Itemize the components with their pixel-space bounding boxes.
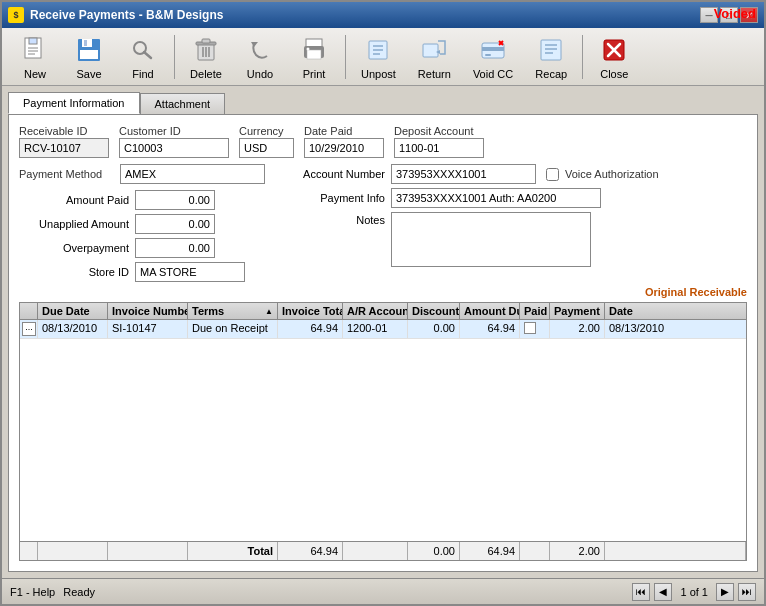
account-number-input[interactable] [391,164,536,184]
payment-info-label: Payment Info [295,192,385,204]
void-cc-button[interactable]: Void CC [464,30,522,84]
unapplied-amount-row: Unapplied Amount [19,214,265,234]
new-button[interactable]: New [10,30,60,84]
store-id-row: Store ID [19,262,265,282]
svg-rect-20 [307,50,321,59]
payment-grid: Due Date Invoice Number Terms ▲ Invoice … [19,302,747,561]
grid-header: Due Date Invoice Number Terms ▲ Invoice … [19,302,747,319]
print-button[interactable]: Print [289,30,339,84]
help-text: F1 - Help [10,586,55,598]
close-button[interactable]: Close [589,30,639,84]
title-bar-left: $ Receive Payments - B&M Designs [8,7,223,23]
page-info: 1 of 1 [680,586,708,598]
window-title: Receive Payments - B&M Designs [30,8,223,22]
save-button[interactable]: Save [64,30,114,84]
notes-label: Notes [295,212,385,267]
toolbar-separator-2 [345,35,346,79]
col-header-invoice-number[interactable]: Invoice Number [108,303,188,319]
col-header-terms[interactable]: Terms ▲ [188,303,278,319]
total-spacer-date [605,542,746,560]
cell-due-date: 08/13/2010 [38,320,108,338]
deposit-account-input[interactable] [394,138,484,158]
col-header-discount[interactable]: Discount [408,303,460,319]
total-spacer-due-date [38,542,108,560]
find-button[interactable]: Find [118,30,168,84]
customer-id-input[interactable] [119,138,229,158]
svg-point-21 [307,47,310,50]
svg-rect-33 [541,40,561,60]
cell-payment: 2.00 [550,320,605,338]
date-paid-input[interactable] [304,138,384,158]
overpayment-row: Overpayment [19,238,265,258]
tab-payment-information[interactable]: Payment Information [8,92,140,114]
grid-body: ··· 08/13/2010 SI-10147 Due on Receipt 6… [19,319,747,542]
store-id-input[interactable] [135,262,245,282]
receivable-id-input[interactable] [19,138,109,158]
row-expand-button[interactable]: ··· [22,322,36,336]
delete-button[interactable]: Delete [181,30,231,84]
nav-prev-button[interactable]: ◀ [654,583,672,601]
currency-input[interactable] [239,138,294,158]
delete-label: Delete [190,68,222,80]
cell-ar-account: 1200-01 [343,320,408,338]
svg-rect-29 [482,47,504,51]
nav-last-button[interactable]: ⏭ [738,583,756,601]
main-content: Payment Information Attachment Voided Re… [2,86,764,578]
voice-auth-checkbox[interactable] [546,168,559,181]
unpost-icon [362,34,394,66]
col-header-due-date[interactable]: Due Date [38,303,108,319]
undo-icon [244,34,276,66]
nav-next-button[interactable]: ▶ [716,583,734,601]
total-invoice-total: 64.94 [278,542,343,560]
store-id-label: Store ID [19,266,129,278]
toolbar: New Save Find [2,28,764,86]
date-paid-group: Date Paid [304,125,384,158]
payment-info-input[interactable] [391,188,601,208]
notes-area: Notes [295,212,747,267]
payment-info-row: Payment Info [295,188,747,208]
cell-paid [520,320,550,338]
svg-rect-26 [423,44,438,57]
unpost-button[interactable]: Unpost [352,30,405,84]
status-nav: ⏮ ◀ 1 of 1 ▶ ⏭ [632,583,756,601]
deposit-account-label: Deposit Account [394,125,484,137]
col-header-paid[interactable]: Paid [520,303,550,319]
col-header-ar-account[interactable]: A/R Account [343,303,408,319]
total-discount: 0.00 [408,542,460,560]
overpayment-label: Overpayment [19,242,129,254]
customer-id-label: Customer ID [119,125,229,137]
payment-method-input[interactable] [120,164,265,184]
nav-first-button[interactable]: ⏮ [632,583,650,601]
svg-marker-17 [251,42,258,47]
col-header-amount-due[interactable]: Amount Due [460,303,520,319]
total-spacer-invoice [108,542,188,560]
cell-amount-due: 64.94 [460,320,520,338]
tab-attachment[interactable]: Attachment [140,93,226,114]
app-icon: $ [8,7,24,23]
cell-invoice-number: SI-10147 [108,320,188,338]
overpayment-input[interactable] [135,238,215,258]
total-spacer-expand [20,542,38,560]
undo-label: Undo [247,68,273,80]
return-label: Return [418,68,451,80]
find-icon [127,34,159,66]
unpost-label: Unpost [361,68,396,80]
total-payment: 2.00 [550,542,605,560]
amount-paid-row: Amount Paid [19,190,265,210]
paid-checkbox[interactable] [524,322,536,334]
table-row[interactable]: ··· 08/13/2010 SI-10147 Due on Receipt 6… [20,320,746,339]
status-bar: F1 - Help Ready ⏮ ◀ 1 of 1 ▶ ⏭ [2,578,764,604]
recap-button[interactable]: Recap [526,30,576,84]
save-label: Save [76,68,101,80]
svg-line-10 [144,52,151,58]
notes-input[interactable] [391,212,591,267]
return-button[interactable]: Return [409,30,460,84]
amount-paid-input[interactable] [135,190,215,210]
col-header-payment[interactable]: Payment [550,303,605,319]
col-header-invoice-total[interactable]: Invoice Total [278,303,343,319]
col-header-date[interactable]: Date [605,303,746,319]
undo-button[interactable]: Undo [235,30,285,84]
unapplied-amount-input[interactable] [135,214,215,234]
account-number-row: Account Number Voice Authorization [295,164,747,184]
date-paid-label: Date Paid [304,125,384,137]
